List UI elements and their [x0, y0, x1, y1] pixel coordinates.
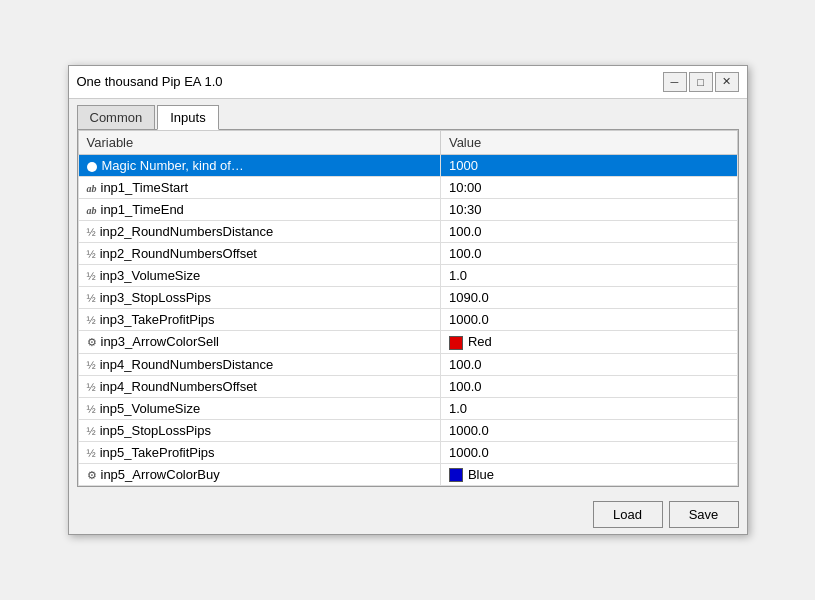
half-icon: ½ [87, 445, 100, 460]
table-container[interactable]: Variable Value Magic Number, kind of…100… [78, 130, 738, 486]
column-header-variable: Variable [78, 130, 440, 154]
variable-label: inp5_TakeProfitPips [100, 445, 215, 460]
table-row[interactable]: ½inp4_RoundNumbersDistance100.0 [78, 353, 737, 375]
half-icon: ½ [87, 423, 100, 438]
value-text: 100.0 [449, 246, 482, 261]
tabs-bar: Common Inputs [69, 99, 747, 129]
half-icon: ½ [87, 290, 100, 305]
value-text: 1000.0 [449, 423, 489, 438]
half-icon: ½ [87, 312, 100, 327]
minimize-button[interactable]: ─ [663, 72, 687, 92]
color-swatch [449, 468, 463, 482]
table-row[interactable]: ½inp3_StopLossPips1090.0 [78, 286, 737, 308]
close-button[interactable]: ✕ [715, 72, 739, 92]
value-text: 100.0 [449, 357, 482, 372]
variable-label: inp2_RoundNumbersOffset [100, 246, 257, 261]
variable-label: inp2_RoundNumbersDistance [100, 224, 273, 239]
value-text: 1000.0 [449, 445, 489, 460]
content-area: Variable Value Magic Number, kind of…100… [77, 129, 739, 487]
table-row[interactable]: ⚙inp5_ArrowColorBuyBlue [78, 463, 737, 486]
variable-label: inp5_ArrowColorBuy [101, 467, 220, 482]
table-row[interactable]: ½inp3_VolumeSize1.0 [78, 264, 737, 286]
main-window: One thousand Pip EA 1.0 ─ □ ✕ Common Inp… [68, 65, 748, 535]
variable-label: inp4_RoundNumbersDistance [100, 357, 273, 372]
value-text: 100.0 [449, 379, 482, 394]
variable-label: inp5_VolumeSize [100, 401, 200, 416]
value-text: 10:00 [449, 180, 482, 195]
value-text: Red [468, 334, 492, 349]
load-button[interactable]: Load [593, 501, 663, 528]
half-icon: ½ [87, 268, 100, 283]
params-table: Variable Value Magic Number, kind of…100… [78, 130, 738, 486]
value-text: Blue [468, 467, 494, 482]
value-text: 1090.0 [449, 290, 489, 305]
ab-icon: ab [87, 180, 101, 195]
tab-inputs[interactable]: Inputs [157, 105, 218, 130]
table-row[interactable]: abinp1_TimeEnd10:30 [78, 198, 737, 220]
half-icon: ½ [87, 246, 100, 261]
value-text: 1000.0 [449, 312, 489, 327]
value-text: 1.0 [449, 401, 467, 416]
variable-label: inp3_TakeProfitPips [100, 312, 215, 327]
window-controls: ─ □ ✕ [663, 72, 739, 92]
table-row[interactable]: ⚙inp3_ArrowColorSellRed [78, 330, 737, 353]
column-header-value: Value [440, 130, 737, 154]
variable-label: inp5_StopLossPips [100, 423, 211, 438]
table-row[interactable]: abinp1_TimeStart10:00 [78, 176, 737, 198]
half-icon: ½ [87, 379, 100, 394]
ab-icon: ab [87, 202, 101, 217]
table-row[interactable]: ½inp5_VolumeSize1.0 [78, 397, 737, 419]
variable-label: inp1_TimeEnd [101, 202, 184, 217]
table-row[interactable]: ½inp2_RoundNumbersOffset100.0 [78, 242, 737, 264]
value-text: 100.0 [449, 224, 482, 239]
bottom-bar: Load Save [69, 495, 747, 534]
color-icon: ⚙ [87, 334, 101, 349]
tab-common[interactable]: Common [77, 105, 156, 129]
variable-label: inp1_TimeStart [101, 180, 189, 195]
variable-label: inp3_VolumeSize [100, 268, 200, 283]
table-row[interactable]: ½inp4_RoundNumbersOffset100.0 [78, 375, 737, 397]
table-row[interactable]: Magic Number, kind of…1000 [78, 154, 737, 176]
half-icon: ½ [87, 401, 100, 416]
table-row[interactable]: ½inp3_TakeProfitPips1000.0 [78, 308, 737, 330]
table-row[interactable]: ½inp5_TakeProfitPips1000.0 [78, 441, 737, 463]
table-row[interactable]: ½inp5_StopLossPips1000.0 [78, 419, 737, 441]
value-text: 1000 [449, 158, 478, 173]
save-button[interactable]: Save [669, 501, 739, 528]
half-icon: ½ [87, 224, 100, 239]
title-bar: One thousand Pip EA 1.0 ─ □ ✕ [69, 66, 747, 99]
variable-label: Magic Number, kind of… [102, 158, 244, 173]
color-icon: ⚙ [87, 467, 101, 482]
variable-label: inp3_StopLossPips [100, 290, 211, 305]
window-title: One thousand Pip EA 1.0 [77, 74, 223, 89]
magic-icon [87, 158, 102, 173]
value-text: 10:30 [449, 202, 482, 217]
color-swatch [449, 336, 463, 350]
half-icon: ½ [87, 357, 100, 372]
variable-label: inp3_ArrowColorSell [101, 334, 220, 349]
value-text: 1.0 [449, 268, 467, 283]
variable-label: inp4_RoundNumbersOffset [100, 379, 257, 394]
maximize-button[interactable]: □ [689, 72, 713, 92]
table-row[interactable]: ½inp2_RoundNumbersDistance100.0 [78, 220, 737, 242]
